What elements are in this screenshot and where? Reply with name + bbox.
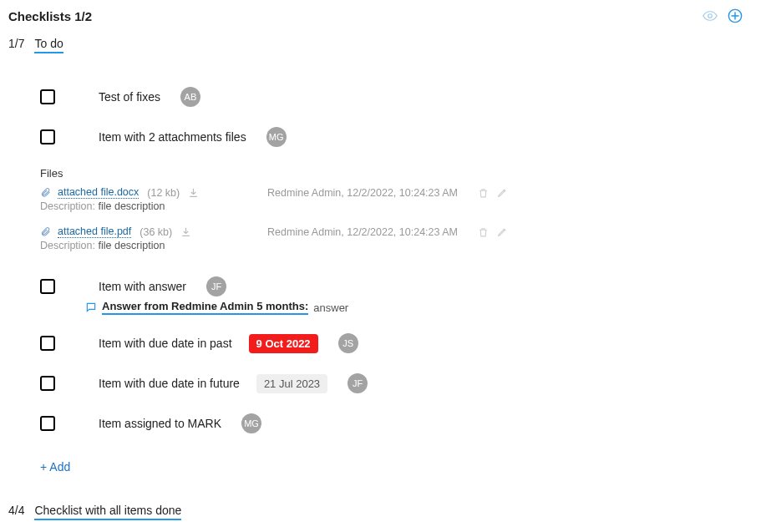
assignee-avatar[interactable]: JF: [347, 373, 368, 393]
svg-point-0: [708, 14, 713, 18]
page-title: Checklists 1/2: [8, 9, 92, 23]
download-icon[interactable]: [188, 187, 199, 198]
checklist-item: Item with due date in future 21 Jul 2023…: [40, 373, 746, 393]
due-date-badge-future: 21 Jul 2023: [256, 374, 327, 393]
answer-author-prefix[interactable]: Answer from Redmine Admin 5 months:: [102, 300, 308, 315]
download-icon[interactable]: [180, 226, 191, 237]
due-date-badge-past: 9 Oct 2022: [249, 334, 318, 353]
comment-icon: [85, 301, 97, 313]
add-checklist-icon[interactable]: [728, 8, 743, 23]
assignee-avatar[interactable]: MG: [266, 127, 287, 147]
item-checkbox[interactable]: [40, 336, 55, 351]
attachment-meta: Redmine Admin, 12/2/2022, 10:24:23 AM: [267, 226, 464, 238]
attachments-header: Files: [40, 167, 746, 180]
checklist-item: Item assigned to MARK MG: [40, 413, 746, 433]
attachments-section: Files attached file.docx (12 kb) Redmine…: [40, 167, 746, 251]
item-answer: Answer from Redmine Admin 5 months: answ…: [85, 300, 746, 315]
delete-icon[interactable]: [478, 187, 489, 199]
checklist-name[interactable]: Checklist with all items done: [34, 504, 181, 520]
item-checkbox[interactable]: [40, 376, 55, 391]
item-checkbox[interactable]: [40, 89, 55, 104]
checklist-title-row: 1/7 To do: [8, 37, 746, 53]
checklist-title-row: 4/4 Checklist with all items done: [8, 504, 746, 520]
checklist-item: Item with due date in past 9 Oct 2022 JS: [40, 333, 746, 353]
attachment-row: attached file.docx (12 kb) Redmine Admin…: [40, 186, 508, 199]
attachment-block: attached file.pdf (36 kb) Redmine Admin,…: [40, 225, 508, 251]
attachment-description: Description: file description: [40, 200, 508, 212]
checklist-name[interactable]: To do: [34, 37, 63, 53]
checklist-item: Item with answer JF: [40, 276, 746, 296]
header-actions: [703, 8, 743, 23]
item-label: Item with due date in past: [99, 337, 232, 350]
item-checkbox[interactable]: [40, 416, 55, 431]
item-checkbox[interactable]: [40, 279, 55, 294]
item-checkbox[interactable]: [40, 129, 55, 144]
paperclip-icon: [40, 225, 51, 238]
paperclip-icon: [40, 186, 51, 199]
checklist-done: 4/4 Checklist with all items done: [8, 504, 746, 520]
assignee-avatar[interactable]: MG: [241, 413, 261, 433]
edit-icon[interactable]: [497, 226, 508, 238]
attachment-row: attached file.pdf (36 kb) Redmine Admin,…: [40, 225, 508, 238]
attachment-filename[interactable]: attached file.pdf: [58, 225, 131, 238]
page-header: Checklists 1/2: [8, 8, 746, 23]
edit-icon[interactable]: [497, 187, 508, 199]
item-label: Item with 2 attachments files: [99, 130, 246, 144]
assignee-avatar[interactable]: AB: [180, 87, 200, 107]
item-label: Test of fixes: [99, 90, 160, 104]
add-item-button[interactable]: + Add: [40, 460, 70, 474]
checklist-fraction: 1/7: [8, 37, 24, 50]
checklist-todo: 1/7 To do Test of fixes AB Item with 2 a…: [8, 37, 746, 474]
item-label: Item with due date in future: [99, 377, 240, 390]
attachment-size: (36 kb): [140, 226, 172, 238]
visibility-icon[interactable]: [703, 8, 718, 23]
delete-icon[interactable]: [478, 226, 489, 238]
item-label: Item with answer: [99, 280, 186, 293]
item-label: Item assigned to MARK: [99, 417, 221, 430]
attachment-meta: Redmine Admin, 12/2/2022, 10:24:23 AM: [267, 187, 464, 199]
checklist-item: Item with 2 attachments files MG: [40, 127, 746, 147]
attachment-description: Description: file description: [40, 240, 508, 251]
checklist-item: Test of fixes AB: [40, 87, 746, 107]
answer-text: answer: [313, 301, 348, 314]
checklist-fraction: 4/4: [8, 504, 24, 517]
attachment-size: (12 kb): [147, 187, 180, 199]
attachment-block: attached file.docx (12 kb) Redmine Admin…: [40, 186, 508, 212]
checklist-items: Test of fixes AB Item with 2 attachments…: [8, 87, 746, 474]
assignee-avatar[interactable]: JF: [206, 276, 226, 296]
attachment-filename[interactable]: attached file.docx: [58, 186, 139, 199]
assignee-avatar[interactable]: JS: [338, 333, 358, 353]
